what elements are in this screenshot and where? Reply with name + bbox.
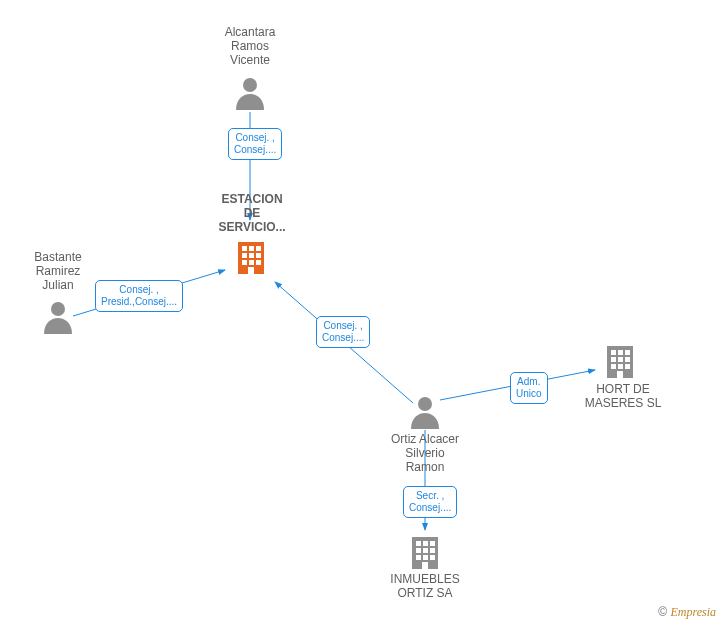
building-icon (234, 240, 268, 274)
person-icon (42, 300, 74, 334)
svg-rect-11 (249, 260, 254, 265)
svg-rect-5 (249, 246, 254, 251)
edges-layer (0, 0, 728, 630)
svg-point-1 (51, 302, 65, 316)
svg-rect-35 (422, 562, 428, 569)
role-box-ortiz-inmuebles[interactable]: Secr. ,Consej.... (403, 486, 457, 518)
svg-rect-34 (430, 555, 435, 560)
svg-rect-15 (611, 350, 616, 355)
role-box-ortiz-hort[interactable]: Adm.Unico (510, 372, 548, 404)
svg-rect-4 (242, 246, 247, 251)
company-label-inmuebles[interactable]: INMUEBLESORTIZ SA (385, 572, 465, 600)
person-label-ortiz[interactable]: Ortiz AlcacerSilverioRamon (385, 432, 465, 474)
building-icon (408, 535, 442, 569)
svg-rect-19 (618, 357, 623, 362)
svg-rect-8 (249, 253, 254, 258)
copyright-symbol: © (658, 605, 667, 619)
svg-rect-16 (618, 350, 623, 355)
svg-rect-33 (423, 555, 428, 560)
role-box-bastante-estacion[interactable]: Consej. ,Presid.,Consej.... (95, 280, 183, 312)
svg-rect-7 (242, 253, 247, 258)
role-box-ortiz-estacion[interactable]: Consej. ,Consej.... (316, 316, 370, 348)
svg-point-0 (243, 78, 257, 92)
svg-point-2 (418, 397, 432, 411)
svg-rect-17 (625, 350, 630, 355)
svg-rect-21 (611, 364, 616, 369)
svg-rect-20 (625, 357, 630, 362)
building-icon (603, 344, 637, 378)
svg-rect-24 (617, 371, 623, 378)
role-box-alcantara-estacion[interactable]: Consej. ,Consej.... (228, 128, 282, 160)
svg-rect-32 (416, 555, 421, 560)
svg-rect-9 (256, 253, 261, 258)
svg-rect-29 (416, 548, 421, 553)
svg-rect-31 (430, 548, 435, 553)
svg-rect-27 (423, 541, 428, 546)
person-label-alcantara[interactable]: AlcantaraRamosVicente (210, 25, 290, 67)
svg-rect-22 (618, 364, 623, 369)
person-icon (234, 76, 266, 110)
person-label-bastante[interactable]: BastanteRamirezJulian (18, 250, 98, 292)
company-label-hort[interactable]: HORT DEMASERES SL (578, 382, 668, 410)
svg-rect-28 (430, 541, 435, 546)
svg-rect-6 (256, 246, 261, 251)
svg-rect-18 (611, 357, 616, 362)
svg-rect-10 (242, 260, 247, 265)
svg-rect-30 (423, 548, 428, 553)
diagram-canvas: AlcantaraRamosVicente BastanteRamirezJul… (0, 0, 728, 630)
svg-rect-12 (256, 260, 261, 265)
person-icon (409, 395, 441, 429)
company-label-estacion[interactable]: ESTACIONDESERVICIO... (212, 192, 292, 234)
svg-rect-26 (416, 541, 421, 546)
svg-rect-23 (625, 364, 630, 369)
copyright: © Empresia (658, 605, 716, 620)
svg-rect-13 (248, 267, 254, 274)
brand: Empresia (670, 605, 716, 619)
